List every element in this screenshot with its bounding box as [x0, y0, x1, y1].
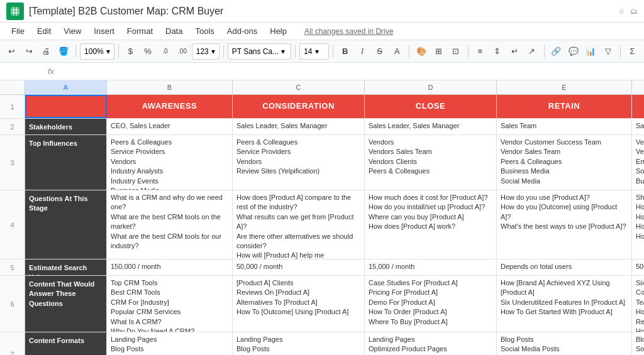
star-icon[interactable]: ☆ [618, 7, 625, 16]
menu-addons[interactable]: Add-ons [222, 25, 262, 37]
col-header-e[interactable]: E [497, 80, 632, 94]
cell-e3[interactable]: Vendor Customer Success Team Vendor Sale… [497, 135, 632, 190]
col-header-d[interactable]: D [365, 80, 497, 94]
cell-d2[interactable]: Sales Leader, Sales Manager [365, 119, 497, 134]
dec-decrease-button[interactable]: .0 [157, 43, 174, 60]
cell-b2[interactable]: CEO, Sales Leader [107, 119, 233, 134]
more-formats-dropdown[interactable]: 123 ▾ [192, 43, 219, 60]
cell-f7[interactable]: Blog Post... Social Me... ... [632, 332, 644, 355]
rotate-button[interactable]: ↗ [524, 43, 540, 60]
cell-a4[interactable]: Questions At This Stage [25, 190, 107, 259]
cell-f6[interactable]: Six Great... Common... Teams... How The.… [632, 276, 644, 332]
row-num-header [0, 80, 25, 94]
cell-c5[interactable]: 50,000 / month [233, 259, 365, 275]
cell-f2[interactable]: Sales Tea... [632, 119, 644, 134]
percent-button[interactable]: % [140, 43, 156, 60]
cell-e6[interactable]: How [Brand A] Achieved XYZ Using [Produc… [497, 276, 632, 332]
font-size-dropdown[interactable]: 14 ▾ [299, 43, 329, 60]
italic-button[interactable]: I [354, 43, 370, 60]
cell-b3[interactable]: Peers & Colleagues Service Providers Ven… [107, 135, 233, 190]
separator-7 [468, 45, 469, 58]
cell-e4[interactable]: How do you use [Product A]? How do you [… [497, 190, 632, 259]
col-header-c[interactable]: C [233, 80, 365, 94]
comment-button[interactable]: 💬 [565, 43, 582, 60]
cell-a3[interactable]: Top Influences [25, 135, 107, 190]
paint-format-button[interactable]: 🪣 [56, 43, 72, 60]
cell-e1[interactable]: RETAIN [497, 95, 632, 118]
menu-insert[interactable]: Insert [89, 25, 119, 37]
table-row: 4 Questions At This Stage What is a CRM … [0, 190, 644, 259]
menu-help[interactable]: Help [265, 25, 292, 37]
cell-a5[interactable]: Estimated Search Volume [25, 259, 107, 275]
cell-d7[interactable]: Landing Pages Optimized Product Pages Ca… [365, 332, 497, 355]
zoom-dropdown[interactable]: 100% ▾ [80, 43, 114, 60]
menu-edit[interactable]: Edit [32, 25, 56, 37]
cell-a1[interactable] [25, 95, 107, 118]
cell-c6[interactable]: [Product A] Clients Reviews On [Product … [233, 276, 365, 332]
cell-a7[interactable]: Content Formats [25, 332, 107, 355]
cell-b6[interactable]: Top CRM Tools Best CRM Tools CRM For [In… [107, 276, 233, 332]
cell-d5[interactable]: 15,000 / month [365, 259, 497, 275]
cell-d1[interactable]: CLOSE [365, 95, 497, 118]
cell-f3[interactable]: Vendor C... Vendor E... Email Ma... Soci… [632, 135, 644, 190]
cell-c2[interactable]: Sales Leader, Sales Manager [233, 119, 365, 134]
filter-button[interactable]: ▽ [600, 43, 616, 60]
fill-color-button[interactable]: 🎨 [413, 43, 430, 60]
currency-button[interactable]: $ [123, 43, 139, 60]
table-row: 7 Content Formats Landing Pages Blog Pos… [0, 332, 644, 355]
functions-button[interactable]: Σ [624, 43, 640, 60]
cell-d4[interactable]: How much does it cost for [Product A]? H… [365, 190, 497, 259]
separator-3 [223, 45, 224, 58]
halign-button[interactable]: ≡ [472, 43, 488, 60]
strikethrough-button[interactable]: S [372, 43, 388, 60]
cell-a2[interactable]: Stakeholders [25, 119, 107, 134]
row-num-4: 4 [0, 190, 25, 259]
col-header-b[interactable]: B [107, 80, 233, 94]
menu-tools[interactable]: Tools [190, 25, 219, 37]
cell-f1[interactable]: ADVO... [632, 95, 644, 118]
menu-data[interactable]: Data [160, 25, 187, 37]
menu-format[interactable]: Format [122, 25, 158, 37]
cell-b4[interactable]: What is a CRM and why do we need one? Wh… [107, 190, 233, 259]
redo-button[interactable]: ↪ [21, 43, 38, 60]
valign-button[interactable]: ⇕ [489, 43, 506, 60]
table-row: 5 Estimated Search Volume 150,000 / mont… [0, 259, 644, 276]
dec-increase-button[interactable]: .00 [174, 43, 191, 60]
cell-d3[interactable]: Vendors Vendors Sales Team Vendors Clien… [365, 135, 497, 190]
print-button[interactable]: 🖨 [38, 43, 55, 60]
cell-a6[interactable]: Content That Would Answer These Question… [25, 276, 107, 332]
close-header: CLOSE [416, 101, 445, 112]
merge-button[interactable]: ⊡ [448, 43, 464, 60]
menu-file[interactable]: File [6, 25, 30, 37]
row-num-1: 1 [0, 95, 25, 118]
title-actions: ☆ 🗂 [618, 7, 638, 16]
wrap-button[interactable]: ↵ [506, 43, 523, 60]
link-button[interactable]: 🔗 [548, 43, 564, 60]
cell-e5[interactable]: Depends on total users [497, 259, 632, 275]
cell-d6[interactable]: Case Studies For [Product A] Pricing For… [365, 276, 497, 332]
cell-c1[interactable]: CONSIDERATION [233, 95, 365, 118]
cell-c7[interactable]: Landing Pages Blog Posts Industry Report… [233, 332, 365, 355]
undo-button[interactable]: ↩ [4, 43, 20, 60]
cell-c3[interactable]: Peers & Colleagues Service Providers Ven… [233, 135, 365, 190]
cell-e2[interactable]: Sales Team [497, 119, 632, 134]
cell-b1[interactable]: AWARENESS [107, 95, 233, 118]
col-header-f[interactable]: F [632, 80, 644, 94]
table-row: 6 Content That Would Answer These Questi… [0, 276, 644, 332]
folder-icon[interactable]: 🗂 [630, 7, 638, 16]
col-header-a[interactable]: A [25, 80, 107, 94]
chart-button[interactable]: 📊 [583, 43, 599, 60]
borders-button[interactable]: ⊞ [430, 43, 447, 60]
separator-9 [620, 45, 621, 58]
cell-c4[interactable]: How does [Product A] compare to the rest… [233, 190, 365, 259]
bold-button[interactable]: B [337, 43, 353, 60]
cell-b5[interactable]: 150,000 / month [107, 259, 233, 275]
menu-view[interactable]: View [58, 25, 86, 37]
cell-b7[interactable]: Landing Pages Blog Posts YouTube Videos [107, 332, 233, 355]
cell-f4[interactable]: Should w... How to w... How can... How c… [632, 190, 644, 259]
font-dropdown[interactable]: PT Sans Ca... ▾ [228, 43, 292, 60]
cell-e7[interactable]: Blog Posts Social Media Posts White Pape… [497, 332, 632, 355]
menu-bar: File Edit View Insert Format Data Tools … [0, 23, 644, 40]
text-color-button[interactable]: A [389, 43, 405, 60]
cell-f5[interactable]: 500,000 /... [632, 259, 644, 275]
